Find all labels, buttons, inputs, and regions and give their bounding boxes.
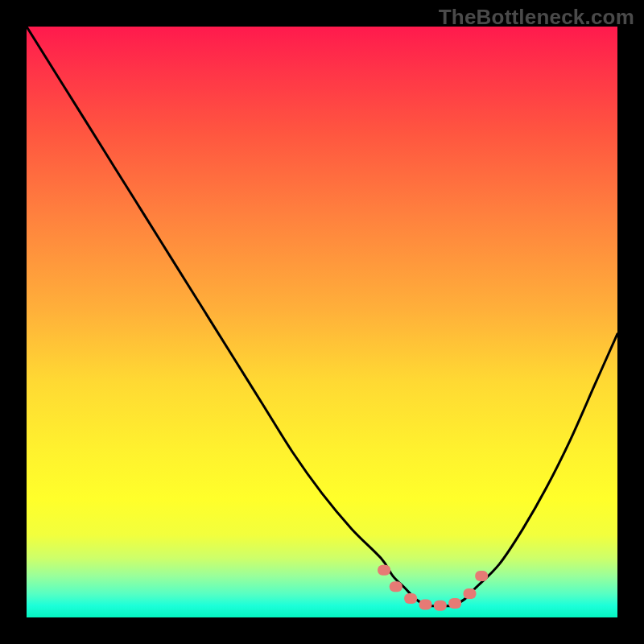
chart-frame: TheBottleneck.com [0,0,644,644]
watermark-text: TheBottleneck.com [439,5,634,30]
plot-area [27,27,617,617]
bottleneck-curve-path [27,27,617,606]
optimal-marker [390,581,402,592]
optimal-marker [475,571,488,581]
optimal-marker [404,593,417,604]
optimal-marker [378,565,390,576]
optimal-marker [448,598,461,609]
optimal-range-markers [378,565,488,611]
curve-layer [27,27,617,617]
optimal-marker [419,599,432,609]
optimal-marker [434,601,447,611]
optimal-marker [464,588,477,599]
